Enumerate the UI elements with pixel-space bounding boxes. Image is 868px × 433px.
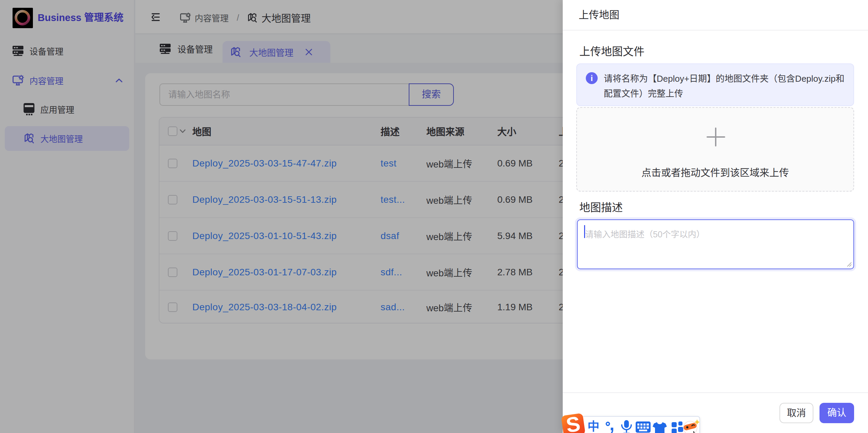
svg-text:,: , [610, 421, 614, 433]
